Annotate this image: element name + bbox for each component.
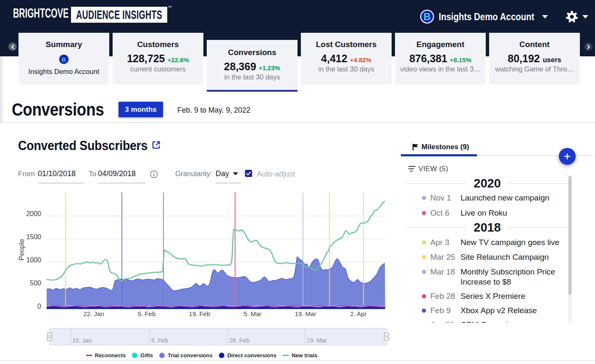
svg-text:19. Mar: 19. Mar [295, 310, 316, 317]
svg-text:5. Mar: 5. Mar [244, 310, 262, 317]
svg-text:0: 0 [37, 303, 41, 310]
svg-text:2000: 2000 [26, 210, 41, 217]
svg-text:5. Feb: 5. Feb [138, 310, 156, 317]
svg-text:2. Apr: 2. Apr [350, 310, 366, 317]
svg-text:B: B [424, 11, 431, 22]
svg-text:15. Jan: 15. Jan [72, 337, 92, 344]
svg-text:People: People [18, 239, 25, 260]
svg-text:19. Mar: 19. Mar [307, 337, 327, 344]
svg-text:26. Feb: 26. Feb [229, 337, 250, 344]
svg-text:1000: 1000 [26, 256, 41, 264]
svg-text:19. Feb: 19. Feb [189, 310, 211, 317]
svg-text:B: B [62, 56, 66, 63]
svg-text:22. Jan: 22. Jan [83, 310, 104, 317]
svg-text:5. Feb: 5. Feb [151, 337, 168, 344]
svg-text:500: 500 [30, 280, 41, 287]
svg-text:1500: 1500 [26, 233, 41, 240]
